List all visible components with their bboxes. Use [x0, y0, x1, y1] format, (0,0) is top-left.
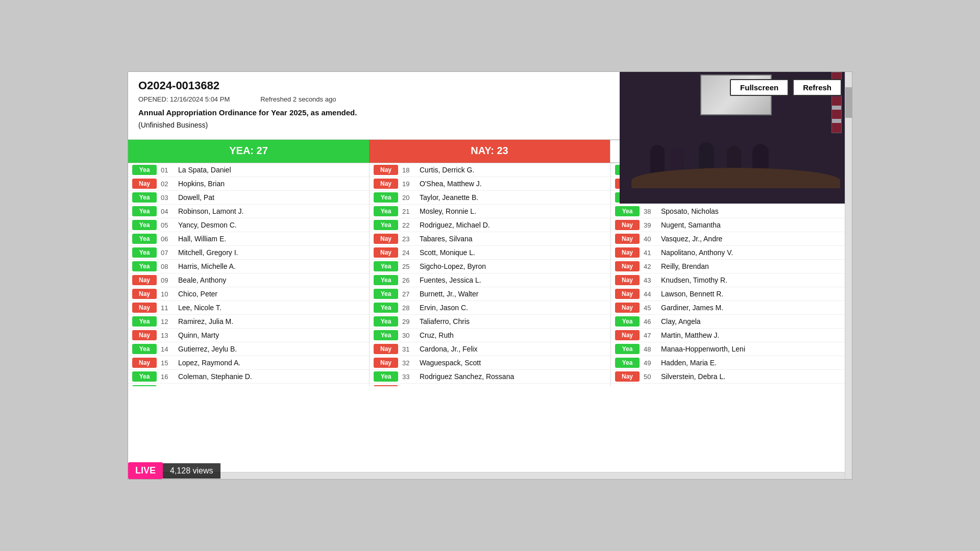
table-row: Nay15Lopez, Raymond A. [128, 356, 369, 370]
vote-name: Cardona, Jr., Felix [420, 345, 478, 353]
vote-number: 06 [161, 235, 175, 243]
table-row: Nay18Curtis, Derrick G. [370, 163, 610, 177]
vote-badge: Nay [615, 303, 640, 313]
vote-badge: Yea [374, 192, 398, 203]
vote-number: 46 [644, 318, 658, 325]
vote-name: Gardiner, James M. [661, 304, 723, 312]
vote-number: 29 [402, 318, 416, 325]
vote-badge: Nay [374, 344, 398, 354]
vote-badge: Nay [615, 330, 640, 340]
vote-name: Gutierrez, Jeylu B. [178, 345, 237, 353]
vote-name: Chico, Peter [178, 290, 217, 298]
vote-number: 10 [161, 290, 175, 298]
table-row: Nay45Gardiner, James M. [611, 301, 852, 315]
table-row: Nay10Chico, Peter [128, 287, 369, 301]
vote-number: 16 [161, 373, 175, 381]
main-scroll-thumb[interactable] [845, 87, 852, 118]
vote-name: Yancy, Desmon C. [178, 221, 237, 229]
vote-name: Quinn, Marty [178, 331, 219, 339]
vote-name: Nugent, Samantha [661, 221, 721, 229]
vote-name: Manaa-Hoppenworth, Leni [661, 345, 745, 353]
vote-number: 11 [161, 304, 175, 312]
table-row: Nay23Tabares, Silvana [370, 232, 610, 246]
vote-name: Hadden, Maria E. [661, 359, 717, 367]
vote-badge: Nay [615, 289, 640, 299]
table-row: Nay50Silverstein, Debra L. [611, 370, 852, 384]
table-row: Nay39Nugent, Samantha [611, 218, 852, 232]
vote-number: 19 [402, 180, 416, 188]
table-row: Yea28Ervin, Jason C. [370, 301, 610, 315]
vote-name: Dowell, Pat [178, 193, 214, 202]
vote-number: 47 [644, 332, 658, 339]
vote-badge: Yea [132, 247, 157, 258]
vote-name: Scott, Monique L. [420, 248, 475, 257]
vote-badge: Nay [374, 358, 398, 368]
vote-badge: Yea [615, 316, 640, 327]
vote-number: 20 [402, 194, 416, 202]
vote-badge: Yea [374, 371, 398, 382]
refresh-button[interactable]: Refresh [793, 79, 842, 96]
vote-number: 18 [402, 166, 416, 174]
main-bottom-scrollbar[interactable] [128, 472, 845, 479]
vote-name: Vasquez, Jr., Andre [661, 235, 722, 243]
vote-name: Robinson, Lamont J. [178, 207, 243, 215]
vote-badge: Yea [132, 220, 157, 230]
vote-number: 07 [161, 249, 175, 257]
vote-number: 28 [402, 304, 416, 312]
table-row: Yea16Coleman, Stephanie D. [128, 370, 369, 384]
vote-name: Lopez, Raymond A. [178, 359, 240, 367]
vote-number: 41 [644, 249, 658, 257]
vote-name: Lee, Nicole T. [178, 304, 222, 312]
vote-name: Knudsen, Timothy R. [661, 276, 727, 284]
vote-badge: Nay [615, 247, 640, 258]
vote-badge: Yea [374, 330, 398, 340]
vote-name: O'Shea, Matthew J. [420, 180, 482, 188]
vote-column-1: Yea01La Spata, DanielNay02Hopkins, Brian… [128, 163, 370, 386]
vote-number: 42 [644, 263, 658, 270]
vote-number: 27 [402, 290, 416, 298]
fullscreen-button[interactable]: Fullscreen [730, 79, 789, 96]
table-row: Yea14Gutierrez, Jeylu B. [128, 342, 369, 356]
vote-name: Ervin, Jason C. [420, 304, 468, 312]
table-row: Nay32Waguespack, Scott [370, 356, 610, 370]
table-row: Yea29Taliaferro, Chris [370, 315, 610, 329]
vote-badge: Nay [615, 261, 640, 271]
vote-name: Rodriguez, Michael D. [420, 221, 490, 229]
main-scrollbar[interactable] [845, 72, 852, 479]
vote-name: Burnett, Jr., Walter [420, 290, 478, 298]
ordinance-title: Annual Appropriation Ordinance for Year … [138, 108, 842, 117]
vote-number: 24 [402, 249, 416, 257]
vote-number: 31 [402, 345, 416, 353]
table-row: Yea12Ramirez, Julia M. [128, 315, 369, 329]
vote-name: Fuentes, Jessica L. [420, 276, 481, 284]
vote-name: Sigcho-Lopez, Byron [420, 262, 486, 270]
vote-name: Taylor, Jeanette B. [420, 193, 478, 202]
vote-badge: Nay [132, 330, 157, 340]
vote-badge: Nay [132, 358, 157, 368]
vote-number: 01 [161, 166, 175, 174]
vote-badge: Nay [374, 179, 398, 189]
table-row: Nay41Napolitano, Anthony V. [611, 246, 852, 260]
vote-name: Sposato, Nicholas [661, 207, 719, 215]
vote-badge: Nay [132, 289, 157, 299]
vote-name: Beale, Anthony [178, 276, 226, 284]
vote-number: 14 [161, 345, 175, 353]
vote-name: Cruz, Ruth [420, 331, 454, 339]
vote-badge: Yea [132, 385, 157, 386]
live-badge-area: LIVE 4,128 views [128, 462, 220, 479]
vote-badge: Yea [374, 316, 398, 327]
vote-name: Napolitano, Anthony V. [661, 248, 733, 257]
table-row: Yea03Dowell, Pat [128, 191, 369, 205]
vote-badge: Nay [132, 303, 157, 313]
table-row: Yea06Hall, William E. [128, 232, 369, 246]
vote-badge: Nay [615, 371, 640, 382]
vote-badge: Yea [132, 234, 157, 244]
vote-column-2: Nay18Curtis, Derrick G.Nay19O'Shea, Matt… [370, 163, 611, 386]
live-badge: LIVE [128, 462, 163, 479]
views-badge: 4,128 views [163, 463, 220, 479]
table-row: Nay11Lee, Nicole T. [128, 301, 369, 315]
vote-number: 09 [161, 277, 175, 284]
vote-number: 32 [402, 359, 416, 367]
table-row: Nay42Reilly, Brendan [611, 260, 852, 273]
vote-badge: Yea [615, 358, 640, 368]
